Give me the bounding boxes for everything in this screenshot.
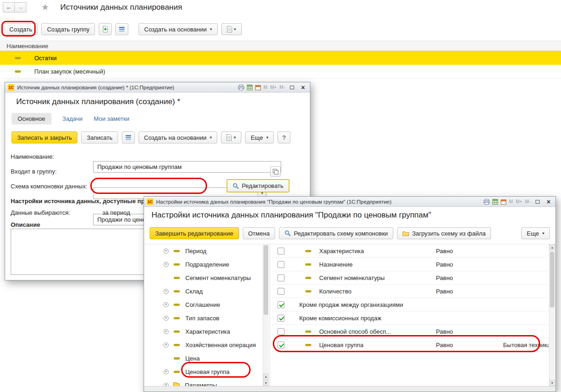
window-titlebar: 1С Настройки источника данных планирован… (144, 197, 555, 207)
tab-notes[interactable]: Мои заметки (94, 115, 129, 122)
condition-row-price-group[interactable]: Ценовая группа Равно Бытовая техника (272, 338, 548, 352)
tree-item[interactable]: +Хозяйственная операция (144, 338, 263, 352)
expand-icon[interactable]: + (164, 289, 169, 294)
memory-m-button[interactable]: M (264, 85, 267, 90)
cancel-button[interactable]: Отмена (243, 227, 276, 239)
checkbox[interactable] (277, 288, 284, 295)
copy-item-button[interactable] (99, 23, 112, 35)
expand-icon[interactable]: + (164, 316, 169, 321)
checkbox[interactable] (277, 315, 284, 322)
expand-icon[interactable]: + (164, 262, 169, 267)
description-textarea[interactable] (11, 229, 144, 275)
expand-icon[interactable]: + (164, 302, 169, 307)
close-button[interactable]: × (299, 84, 307, 91)
tree-item[interactable]: +Подразделение (144, 258, 263, 271)
horizontal-scrollbar[interactable] (144, 386, 555, 392)
scrollbar-thumb[interactable] (264, 245, 268, 315)
list-settings-button[interactable] (122, 131, 135, 143)
memory-mplus-button[interactable]: M+ (270, 85, 277, 90)
tree-item-price-group[interactable]: +Ценовая группа (144, 365, 263, 379)
finish-editing-button[interactable]: Завершить редактирование (150, 227, 239, 239)
create-based-on-button[interactable]: Создать на основании ▾ (139, 23, 217, 35)
checkbox[interactable] (277, 328, 284, 335)
tree-item[interactable]: +Характеристика (144, 325, 263, 338)
tree-item[interactable]: +Период (144, 244, 263, 258)
memory-mminus-button[interactable]: M- (525, 199, 530, 204)
tree-scrollbar[interactable]: ▲ ▼ (263, 244, 269, 386)
load-schema-button[interactable]: Загрузить схему из файла (397, 227, 491, 239)
tree-item[interactable]: Сегмент номенклатуры (144, 271, 263, 285)
table-row[interactable]: План закупок (месячный) (0, 65, 561, 79)
create-group-button[interactable]: Создать группу (41, 23, 95, 35)
checkbox[interactable] (277, 342, 284, 348)
expand-icon[interactable]: + (164, 329, 169, 334)
tree-item[interactable]: +Тип запасов (144, 311, 263, 325)
scroll-down-icon[interactable]: ▼ (549, 380, 555, 386)
main-toolbar: Создать Создать группу Создать на основа… (4, 23, 557, 35)
more-button[interactable]: Еще ▾ (521, 227, 550, 239)
attribute-dash-icon (174, 304, 180, 306)
group-open-button[interactable] (270, 166, 281, 177)
create-based-on-button[interactable]: Создать на основании ▾ (139, 131, 217, 143)
condition-row[interactable]: Количество Равно (272, 285, 548, 298)
dialog-toolbar: Завершить редактирование Отмена Редактир… (150, 227, 550, 239)
attribute-dash-icon (305, 263, 311, 266)
scroll-up-icon[interactable]: ▲ (549, 244, 555, 250)
expand-icon[interactable]: + (164, 369, 169, 374)
tree-item[interactable]: Цена (144, 352, 263, 365)
back-button[interactable]: ← (3, 2, 15, 12)
checkbox[interactable] (277, 261, 284, 268)
save-button[interactable]: Записать (81, 131, 118, 143)
page-title: Источники данных планирования (60, 3, 182, 12)
condition-row[interactable]: Характеристика Равно (272, 244, 548, 258)
expand-icon[interactable]: + (164, 383, 169, 386)
help-button[interactable]: ? (277, 131, 290, 143)
tree-item-parameters[interactable]: +Параметры (144, 379, 263, 386)
condition-row[interactable]: Назначение Равно (272, 258, 548, 271)
column-header-name[interactable]: Наименование (0, 41, 561, 51)
table-icon[interactable] (247, 85, 252, 90)
edit-schema-button[interactable]: Редактировать (227, 179, 290, 193)
list-settings-button[interactable] (115, 23, 128, 35)
table-row[interactable]: Остатки (0, 51, 561, 65)
print-icon[interactable] (238, 85, 244, 90)
forward-button[interactable]: → (14, 2, 26, 12)
memory-mplus-button[interactable]: M+ (516, 199, 522, 204)
expand-icon[interactable]: + (164, 342, 169, 348)
document-menu-button[interactable]: ▾ (221, 131, 241, 143)
calendar-icon[interactable] (255, 85, 261, 90)
create-button[interactable]: Создать (4, 23, 38, 35)
document-menu-button[interactable]: ▾ (221, 23, 242, 35)
checkbox[interactable] (277, 248, 284, 255)
memory-m-button[interactable]: M (509, 199, 513, 204)
condition-row[interactable]: Кроме продаж между организациями (272, 298, 548, 311)
calendar-icon[interactable] (501, 199, 506, 205)
maximize-button[interactable] (533, 198, 542, 205)
panel-splitter[interactable] (270, 244, 270, 386)
scroll-up-icon[interactable]: ▲ (263, 373, 269, 380)
print-icon[interactable] (484, 199, 490, 205)
condition-row[interactable]: Основной способ обесп... Равно (272, 325, 548, 338)
checkbox[interactable] (277, 274, 284, 281)
tab-tasks[interactable]: Задачи (63, 115, 83, 122)
more-button[interactable]: Еще ▾ (245, 131, 274, 143)
edit-composition-schema-button[interactable]: Редактировать схему компоновки (279, 227, 393, 239)
table-icon[interactable] (492, 199, 498, 205)
scrollbar-thumb[interactable] (550, 252, 555, 307)
tab-main[interactable]: Основное (12, 113, 51, 124)
expand-icon[interactable]: + (164, 249, 169, 254)
save-close-button[interactable]: Записать и закрыть (12, 131, 77, 143)
scroll-down-icon[interactable]: ▼ (263, 380, 269, 386)
condition-row[interactable]: Кроме комиссионных продаж (272, 311, 548, 325)
condition-row[interactable]: Сегмент номенклатуры Равно (272, 271, 548, 285)
favorites-star-icon[interactable]: ★ (41, 2, 49, 12)
tree-item[interactable]: +Склад (144, 285, 263, 298)
close-button[interactable]: × (544, 198, 553, 205)
maximize-icon (536, 200, 540, 204)
tree-item[interactable]: +Соглашение (144, 298, 263, 311)
checkbox[interactable] (277, 301, 284, 308)
maximize-button[interactable] (288, 84, 296, 91)
conditions-scrollbar[interactable]: ▲ ▼ (549, 244, 555, 386)
memory-mminus-button[interactable]: M- (279, 85, 285, 90)
name-field[interactable]: Продажи по ценовым группам (93, 161, 281, 173)
